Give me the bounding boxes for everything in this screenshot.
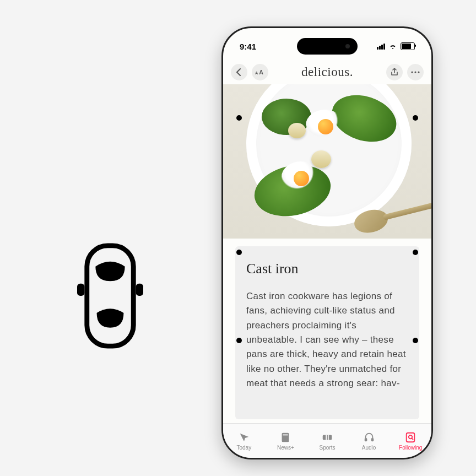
more-button[interactable]	[407, 64, 424, 80]
cellular-icon	[377, 44, 385, 50]
nav-bar: AA delicious.	[223, 60, 431, 84]
tab-audio[interactable]: Audio	[348, 424, 390, 458]
car-top-icon	[69, 241, 152, 351]
article-paragraph: Cast iron cookware has legions of fans, …	[246, 289, 408, 391]
svg-rect-10	[323, 435, 332, 440]
article-heading: Cast iron	[246, 261, 408, 277]
svg-rect-11	[326, 435, 327, 440]
svg-rect-15	[407, 432, 415, 442]
svg-rect-2	[136, 284, 143, 296]
tab-following[interactable]: Following	[390, 424, 431, 458]
svg-rect-12	[328, 435, 329, 440]
status-time: 9:41	[240, 42, 256, 51]
tab-label: Audio	[362, 445, 376, 451]
status-right	[377, 42, 415, 50]
tab-label: Sports	[320, 445, 336, 451]
wifi-icon	[388, 43, 397, 50]
svg-rect-1	[77, 284, 84, 296]
tab-bar: Today News+ Sports Audio Following	[223, 423, 431, 458]
article-body[interactable]: Cast iron Cast iron cookware has legions…	[235, 246, 419, 419]
svg-point-7	[418, 71, 419, 73]
back-button[interactable]	[231, 64, 247, 80]
tab-label: Following	[399, 445, 422, 451]
text-size-button[interactable]: AA	[252, 64, 268, 80]
tab-label: News+	[277, 445, 294, 451]
svg-rect-9	[283, 434, 288, 435]
publication-title: delicious.	[301, 65, 353, 79]
svg-rect-8	[282, 432, 289, 442]
svg-rect-0	[87, 246, 133, 346]
svg-text:A: A	[259, 69, 263, 75]
tab-label: Today	[236, 445, 251, 451]
svg-point-5	[411, 71, 413, 73]
iphone-frame: 9:41 AA delicious.	[221, 26, 433, 459]
svg-line-17	[412, 438, 413, 439]
battery-icon	[401, 42, 415, 50]
svg-text:A: A	[255, 71, 258, 75]
article-hero-image	[223, 84, 431, 239]
tab-newsplus[interactable]: News+	[265, 424, 307, 458]
share-button[interactable]	[386, 64, 403, 80]
tab-today[interactable]: Today	[223, 424, 265, 458]
dynamic-island	[297, 38, 358, 55]
svg-rect-14	[371, 437, 374, 441]
tab-sports[interactable]: Sports	[306, 424, 348, 458]
svg-point-6	[414, 71, 416, 73]
svg-rect-13	[364, 437, 367, 441]
